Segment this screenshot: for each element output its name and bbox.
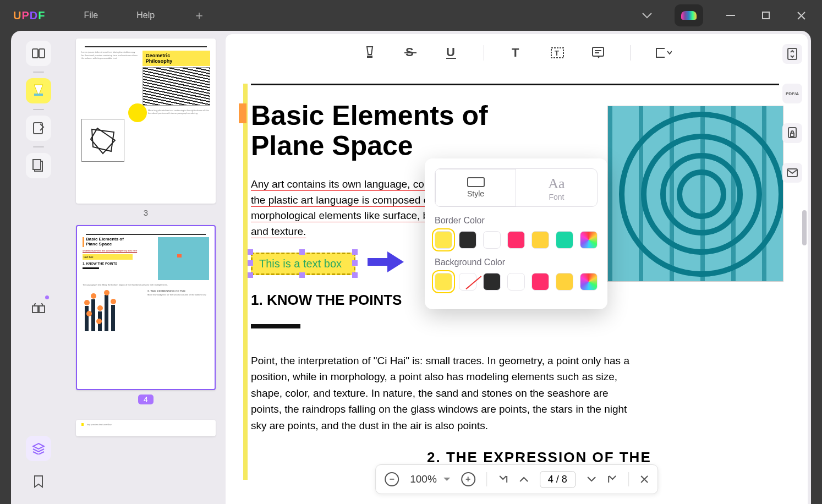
svg-rect-9 — [37, 306, 40, 313]
note-tool-icon[interactable] — [590, 45, 606, 61]
bg-color-label: Background Color — [435, 258, 598, 267]
thumbnail-4-number: 4 — [138, 395, 154, 404]
tab-style[interactable]: Style — [435, 169, 516, 206]
svg-rect-3 — [39, 49, 45, 58]
bg-swatch-custom[interactable] — [580, 273, 598, 291]
svg-point-17 — [97, 305, 103, 311]
protect-icon[interactable] — [782, 123, 802, 143]
strikethrough-icon[interactable]: S — [402, 45, 419, 61]
bg-swatch-yellow[interactable] — [435, 273, 452, 291]
bg-swatch-black[interactable] — [483, 273, 501, 291]
thumbnail-3-number: 3 — [76, 208, 216, 217]
svg-rect-10 — [85, 306, 89, 331]
menu-help[interactable]: Help — [136, 10, 155, 20]
close-button[interactable] — [793, 8, 809, 23]
chevron-down-icon[interactable] — [639, 8, 655, 23]
add-tab-button[interactable]: ＋ — [193, 7, 205, 24]
menu-file[interactable]: File — [84, 10, 98, 20]
thumbnails-panel: Lorem ipsum dolor sit amet text block pl… — [66, 31, 226, 504]
bg-swatch-pink[interactable] — [531, 273, 549, 291]
app-logo: UPDF — [13, 9, 45, 22]
bookmark-button[interactable] — [26, 469, 51, 494]
svg-text:T: T — [512, 47, 519, 59]
document-area: S U T T Basic Elements of Plane Space An… — [226, 34, 808, 504]
svg-point-20 — [86, 311, 92, 316]
border-swatch-white[interactable] — [483, 231, 501, 249]
pdfa-icon[interactable]: PDF/A — [782, 84, 802, 103]
convert-icon[interactable] — [782, 44, 802, 64]
maximize-button[interactable] — [758, 8, 774, 23]
border-swatch-gold[interactable] — [531, 231, 549, 249]
bg-swatch-white[interactable] — [507, 273, 525, 291]
arrow-icon — [366, 249, 405, 275]
shape-tool-icon[interactable] — [655, 45, 672, 61]
reader-tool[interactable] — [26, 41, 51, 66]
thumbnail-3[interactable]: Lorem ipsum dolor sit amet text block pl… — [76, 39, 216, 204]
svg-rect-13 — [105, 295, 108, 331]
svg-rect-7 — [33, 160, 41, 169]
next-page-button[interactable] — [587, 475, 596, 483]
svg-rect-34 — [468, 178, 484, 187]
svg-rect-4 — [34, 94, 43, 96]
bg-color-swatches — [435, 273, 598, 291]
svg-point-21 — [96, 319, 102, 324]
scrollbar-thumb[interactable] — [802, 210, 807, 245]
prev-page-button[interactable] — [519, 475, 529, 483]
page-title: Basic Elements of Plane Space — [251, 101, 548, 161]
svg-rect-14 — [111, 305, 115, 331]
text-box-annotation[interactable]: This is a text box — [251, 253, 355, 275]
page-indicator[interactable]: 4 / 8 — [540, 471, 576, 488]
underline-icon[interactable]: U — [443, 45, 459, 61]
svg-rect-2 — [32, 49, 38, 58]
thumbnail-4[interactable]: Basic Elements ofPlane Space underlined … — [76, 225, 216, 390]
svg-point-16 — [91, 293, 96, 299]
comment-tool[interactable] — [26, 78, 51, 103]
zoom-bar: − 100% + 4 / 8 — [375, 464, 658, 494]
border-swatch-yellow[interactable] — [435, 231, 452, 249]
border-swatch-custom[interactable] — [580, 231, 598, 249]
last-page-button[interactable] — [607, 474, 617, 484]
thumbnail-5[interactable]: tiny preview text overflow — [76, 420, 216, 436]
svg-rect-0 — [726, 15, 735, 16]
edit-tool[interactable] — [26, 116, 51, 141]
page-content: Basic Elements of Plane Space Any art co… — [251, 84, 779, 466]
textbox-style-popup: Style AaFont Border Color Background Col… — [425, 158, 607, 309]
close-zoom-bar[interactable] — [640, 475, 649, 484]
section-heading-2: 2. THE EXPRESSION OF THE — [427, 449, 779, 466]
svg-rect-11 — [91, 299, 95, 331]
border-swatch-black[interactable] — [459, 231, 476, 249]
svg-rect-33 — [656, 48, 665, 57]
bg-swatch-none[interactable] — [459, 273, 476, 291]
svg-rect-30 — [593, 47, 604, 56]
ai-assist-button[interactable] — [675, 4, 703, 26]
minimize-button[interactable] — [723, 8, 738, 23]
zoom-dropdown-icon[interactable] — [443, 478, 450, 484]
highlighter-icon[interactable] — [361, 45, 378, 61]
right-rail: PDF/A — [782, 44, 802, 183]
layers-button[interactable] — [26, 436, 51, 461]
text-tool-icon[interactable]: T — [508, 45, 525, 61]
first-page-button[interactable] — [498, 474, 508, 484]
border-color-label: Border Color — [435, 216, 598, 226]
svg-rect-22 — [367, 56, 372, 58]
border-swatch-teal[interactable] — [556, 231, 573, 249]
page-tool[interactable] — [26, 153, 51, 178]
svg-point-19 — [111, 299, 116, 304]
zoom-out-button[interactable]: − — [385, 472, 399, 486]
zoom-in-button[interactable]: + — [461, 472, 475, 486]
svg-point-18 — [104, 290, 109, 295]
zoom-value[interactable]: 100% — [410, 473, 437, 485]
textbox-tool-icon[interactable]: T — [549, 45, 566, 61]
gift-button[interactable] — [26, 294, 51, 320]
border-swatch-pink[interactable] — [507, 231, 525, 249]
left-rail — [11, 31, 66, 504]
tab-font[interactable]: AaFont — [516, 169, 597, 206]
svg-text:U: U — [446, 46, 455, 59]
bg-swatch-gold[interactable] — [556, 273, 573, 291]
svg-point-15 — [84, 300, 90, 305]
mail-icon[interactable] — [782, 163, 802, 183]
body-paragraph: Point, the interpretation of "Ci Hai" is… — [251, 353, 636, 434]
svg-rect-1 — [763, 12, 769, 19]
svg-rect-37 — [791, 133, 794, 136]
svg-text:T: T — [555, 49, 559, 57]
